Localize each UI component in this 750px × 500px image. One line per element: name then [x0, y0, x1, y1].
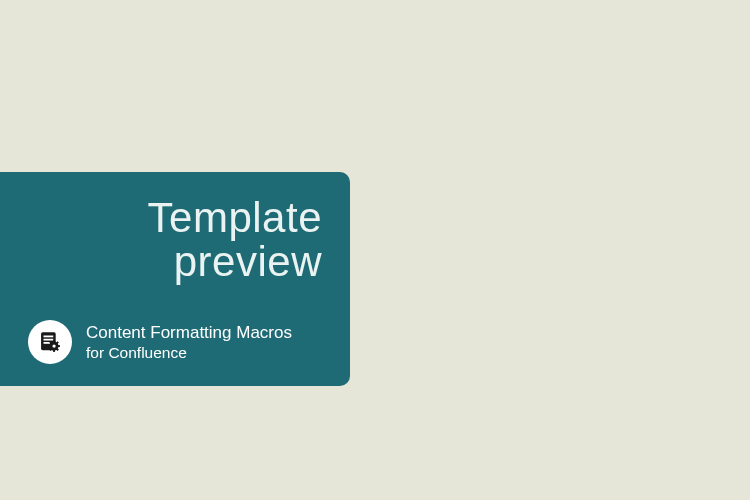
svg-rect-7: [48, 345, 50, 347]
product-subtitle: for Confluence: [86, 343, 292, 362]
svg-rect-5: [53, 340, 55, 342]
card-heading: Template preview: [28, 196, 322, 284]
svg-rect-3: [44, 342, 51, 344]
product-icon-circle: [28, 320, 72, 364]
heading-line-1: Template: [28, 196, 322, 240]
product-name: Content Formatting Macros: [86, 322, 292, 343]
template-preview-card: Template preview: [0, 172, 350, 386]
document-gear-icon: [37, 329, 63, 355]
svg-point-13: [52, 344, 55, 347]
heading-line-2: preview: [28, 240, 322, 284]
product-row: Content Formatting Macros for Confluence: [28, 320, 322, 364]
product-text: Content Formatting Macros for Confluence: [86, 322, 292, 363]
svg-rect-2: [44, 339, 54, 341]
svg-rect-6: [53, 349, 55, 351]
svg-rect-1: [44, 336, 54, 338]
svg-rect-8: [57, 345, 59, 347]
